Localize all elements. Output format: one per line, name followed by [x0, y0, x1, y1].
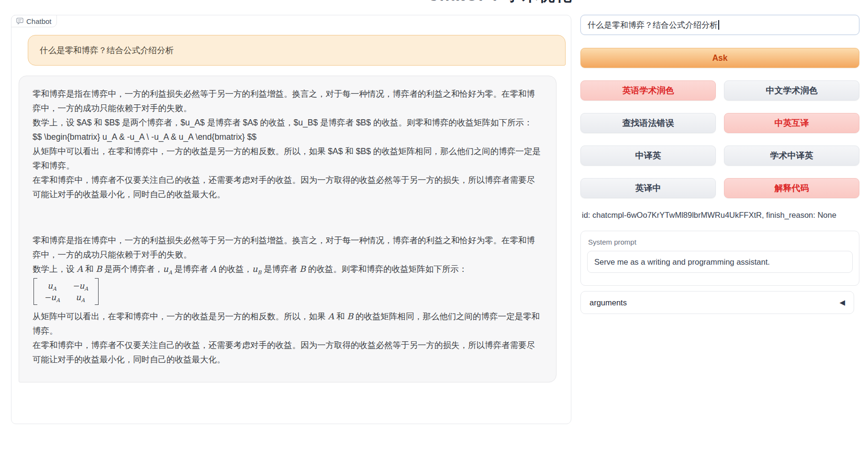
accordion-collapse-icon: ◀	[839, 298, 845, 307]
chatbot-label-text: Chatbot	[26, 17, 52, 25]
math-var: A	[328, 312, 334, 321]
app-root: ChatGPT 学术优化 Chatbot 什么是零和博弈？结合公式介绍分析 零和…	[0, 0, 868, 460]
bot-raw-paragraph: 数学上，设 $A$ 和 $B$ 是两个博弈者，$u_A$ 是博弈者 $A$ 的收…	[33, 115, 543, 130]
math-var: B	[347, 312, 353, 321]
bot-message-bubble: 零和博弈是指在博弈中，一方的利益损失必然等于另一方的利益增益。换言之，对于每一种…	[19, 76, 556, 382]
user-message-text: 什么是零和博弈？结合公式介绍分析	[40, 45, 174, 56]
bot-raw-paragraph: 零和博弈是指在博弈中，一方的利益损失必然等于另一方的利益增益。换言之，对于每一种…	[33, 87, 543, 115]
math-var: uB	[252, 264, 261, 274]
matrix-right-bracket	[95, 278, 99, 305]
system-prompt-input[interactable]: Serve me as a writing and programming as…	[587, 251, 853, 273]
math-var: B	[300, 264, 306, 274]
chat-bubble-icon	[16, 18, 23, 24]
system-prompt-value: Serve me as a writing and programming as…	[594, 258, 770, 267]
question-input-value: 什么是零和博弈？结合公式介绍分析	[588, 20, 718, 31]
chinese-academic-polish-button[interactable]: 中文学术润色	[724, 80, 859, 101]
text-caret	[718, 20, 719, 30]
question-input[interactable]: 什么是零和博弈？结合公式介绍分析	[580, 15, 859, 35]
matrix-entry: uA	[72, 292, 88, 303]
chatbot-panel-label: Chatbot	[11, 15, 57, 27]
math-var: A	[77, 264, 83, 274]
en-to-zh-button[interactable]: 英译中	[580, 178, 716, 198]
matrix-entry: −uA	[72, 280, 88, 292]
quick-action-grid: 英语学术润色 中文学术润色 查找语法错误 中英互译 中译英 学术中译英 英译中 …	[580, 80, 859, 198]
system-prompt-group: System prompt Serve me as a writing and …	[580, 231, 859, 286]
clipped-title-wrap: ChatGPT 学术优化	[0, 0, 868, 5]
bot-rendered-paragraph: 在零和博弈中，博弈者不仅要关注自己的收益，还需要考虑对手的收益。因为一方取得的收…	[33, 338, 543, 367]
user-message-bubble: 什么是零和博弈？结合公式介绍分析	[28, 35, 566, 66]
explain-code-button[interactable]: 解释代码	[724, 178, 859, 198]
completion-status-line: id: chatcmpl-6wOo7KrYTwMl89lbrMWRu4UkFFX…	[582, 211, 859, 220]
matrix-entries: uA −uA −uA uA	[41, 278, 91, 305]
bot-rendered-math-paragraph: 数学上，设 A 和 B 是两个博弈者，uA 是博弈者 A 的收益，uB 是博弈者…	[33, 262, 543, 276]
chatbot-panel: Chatbot 什么是零和博弈？结合公式介绍分析 零和博弈是指在博弈中，一方的利…	[11, 15, 571, 424]
math-var: uA	[163, 264, 172, 274]
system-prompt-label: System prompt	[588, 238, 853, 246]
bot-raw-paragraph: 在零和博弈中，博弈者不仅要关注自己的收益，还需要考虑对手的收益。因为一方取得的收…	[33, 173, 543, 202]
bot-raw-latex-line: $$ \begin{bmatrix} u_A & -u_A \ -u_A & u…	[33, 130, 543, 144]
matrix-entry: uA	[44, 280, 60, 292]
bot-raw-paragraph: 从矩阵中可以看出，在零和博弈中，一方的收益是另一方的相反数。所以，如果 $A$ …	[33, 144, 543, 173]
matrix-entry: −uA	[44, 292, 60, 303]
matrix-left-bracket	[33, 278, 37, 305]
bot-rendered-math-paragraph: 从矩阵中可以看出，在零和博弈中，一方的收益是另一方的相反数。所以，如果 A 和 …	[33, 309, 543, 338]
find-grammar-errors-button[interactable]: 查找语法错误	[580, 113, 716, 133]
math-var: A	[210, 264, 216, 274]
math-var: B	[96, 264, 102, 274]
payoff-matrix: uA −uA −uA uA	[33, 278, 99, 305]
zh-en-mutual-translate-button[interactable]: 中英互译	[724, 113, 859, 133]
message-block-gap	[33, 202, 543, 233]
arguments-accordion[interactable]: arguments ◀	[580, 291, 854, 314]
ask-button[interactable]: Ask	[580, 48, 859, 68]
bot-rendered-paragraph: 零和博弈是指在博弈中，一方的利益损失必然等于另一方的利益增益。换言之，对于每一种…	[33, 233, 543, 262]
academic-zh-to-en-button[interactable]: 学术中译英	[724, 146, 859, 166]
zh-to-en-button[interactable]: 中译英	[580, 146, 716, 166]
arguments-accordion-label: arguments	[590, 298, 627, 307]
page-title: ChatGPT 学术优化	[427, 0, 566, 5]
english-academic-polish-button[interactable]: 英语学术润色	[580, 80, 716, 101]
